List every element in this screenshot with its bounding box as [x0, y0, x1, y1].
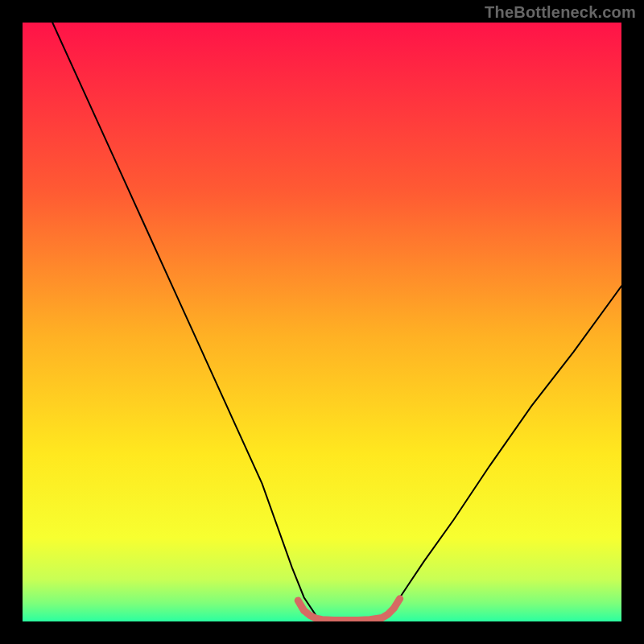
gradient-rect — [23, 23, 621, 621]
chart-svg — [23, 23, 621, 621]
watermark-text: TheBottleneck.com — [485, 3, 636, 22]
plot-area — [23, 23, 621, 621]
chart-frame: TheBottleneck.com — [0, 0, 644, 644]
